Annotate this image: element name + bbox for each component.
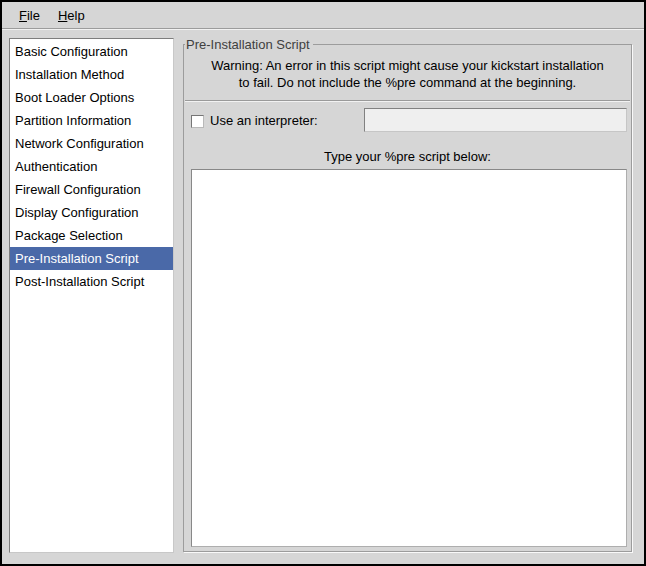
sidebar-item-firewall-configuration[interactable]: Firewall Configuration	[10, 178, 173, 201]
menu-help-access-key: H	[58, 8, 67, 23]
sidebar-item-network-configuration[interactable]: Network Configuration	[10, 132, 173, 155]
menu-help[interactable]: Help	[51, 4, 92, 27]
sidebar-item-package-selection[interactable]: Package Selection	[10, 224, 173, 247]
use-interpreter-label: Use an interpreter:	[210, 112, 318, 130]
kickstart-configurator-window: File Help Basic Configuration Installati…	[0, 0, 646, 566]
menubar: File Help	[2, 2, 644, 28]
pre-script-textarea[interactable]	[191, 169, 627, 547]
menu-file-access-key: F	[19, 8, 27, 23]
warning-separator	[185, 100, 630, 102]
warning-line-2: to fail. Do not include the %pre command…	[184, 74, 631, 91]
interpreter-row: Use an interpreter:	[184, 107, 631, 137]
menubar-separator	[2, 28, 644, 30]
warning-text: Warning: An error in this script might c…	[184, 57, 631, 91]
menu-file[interactable]: File	[12, 4, 47, 27]
warning-line-1: Warning: An error in this script might c…	[184, 57, 631, 74]
sidebar-item-boot-loader-options[interactable]: Boot Loader Options	[10, 86, 173, 109]
sidebar-item-post-installation-script[interactable]: Post-Installation Script	[10, 270, 173, 293]
sidebar-item-partition-information[interactable]: Partition Information	[10, 109, 173, 132]
script-label: Type your %pre script below:	[184, 149, 631, 164]
menu-help-label: elp	[67, 8, 84, 23]
sidebar-item-display-configuration[interactable]: Display Configuration	[10, 201, 173, 224]
pre-installation-script-frame: Pre-Installation Script Warning: An erro…	[183, 44, 632, 552]
sidebar-item-installation-method[interactable]: Installation Method	[10, 63, 173, 86]
use-interpreter-checkbox[interactable]	[191, 115, 204, 128]
frame-title: Pre-Installation Script	[185, 37, 313, 52]
sidebar-item-basic-configuration[interactable]: Basic Configuration	[10, 40, 173, 63]
sidebar-item-authentication[interactable]: Authentication	[10, 155, 173, 178]
menu-file-label: ile	[27, 8, 40, 23]
sidebar-item-pre-installation-script[interactable]: Pre-Installation Script	[10, 247, 173, 270]
category-list: Basic Configuration Installation Method …	[9, 38, 174, 553]
interpreter-entry[interactable]	[364, 108, 627, 132]
